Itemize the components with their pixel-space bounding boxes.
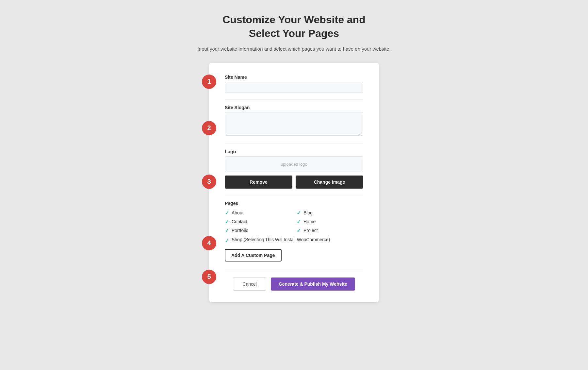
- step-indicator-5: 5: [202, 270, 216, 284]
- check-icon-shop: ✓: [225, 238, 229, 244]
- page-item-blog[interactable]: ✓ Blog: [297, 210, 363, 216]
- site-name-field-group: Site Name: [225, 75, 363, 93]
- pages-label: Pages: [225, 201, 363, 206]
- divider-3: [225, 195, 363, 195]
- site-name-label: Site Name: [225, 75, 363, 80]
- step-indicator-1: 1: [202, 75, 216, 89]
- step-indicator-3: 3: [202, 175, 216, 189]
- logo-buttons: Remove Change Image: [225, 176, 363, 189]
- page-name-contact: Contact: [232, 219, 247, 224]
- form-footer: Cancel Generate & Publish My Website: [225, 271, 363, 291]
- page-item-about[interactable]: ✓ About: [225, 210, 291, 216]
- page-item-shop[interactable]: ✓ Shop (Selecting This Will Install WooC…: [225, 237, 363, 244]
- site-slogan-input[interactable]: [225, 112, 363, 136]
- divider-2: [225, 143, 363, 144]
- page-name-project: Project: [303, 228, 318, 233]
- check-icon-project: ✓: [297, 227, 301, 234]
- page-name-home: Home: [303, 219, 316, 224]
- page-item-project[interactable]: ✓ Project: [297, 227, 363, 234]
- page-name-portfolio: Portfolio: [232, 228, 248, 233]
- check-icon-portfolio: ✓: [225, 227, 229, 234]
- pages-section: Pages ✓ About ✓ Blog ✓ Contact ✓ Home: [225, 201, 363, 261]
- page-item-contact[interactable]: ✓ Contact: [225, 219, 291, 225]
- page-name-shop: Shop (Selecting This Will Install WooCom…: [232, 237, 330, 242]
- site-slogan-label: Site Slogan: [225, 105, 363, 110]
- check-icon-blog: ✓: [297, 210, 301, 216]
- logo-field-group: Logo uploaded logo Remove Change Image: [225, 149, 363, 189]
- change-image-button[interactable]: Change Image: [296, 176, 363, 189]
- page-name-about: About: [232, 210, 244, 215]
- cancel-button[interactable]: Cancel: [233, 278, 266, 291]
- form-card: 1 Site Name 2 Site Slogan 3 Logo uploade…: [209, 63, 379, 302]
- site-slogan-field-group: Site Slogan: [225, 105, 363, 137]
- page-item-portfolio[interactable]: ✓ Portfolio: [225, 227, 291, 234]
- remove-button[interactable]: Remove: [225, 176, 292, 189]
- page-subtitle: Input your website information and selec…: [197, 45, 390, 53]
- check-icon-home: ✓: [297, 219, 301, 225]
- check-icon-contact: ✓: [225, 219, 229, 225]
- publish-button[interactable]: Generate & Publish My Website: [271, 278, 355, 291]
- site-name-input[interactable]: [225, 82, 363, 93]
- page-name-blog: Blog: [303, 210, 313, 215]
- step-indicator-2: 2: [202, 121, 216, 135]
- page-item-home[interactable]: ✓ Home: [297, 219, 363, 225]
- logo-preview: uploaded logo: [225, 156, 363, 172]
- logo-label: Logo: [225, 149, 363, 154]
- check-icon-about: ✓: [225, 210, 229, 216]
- page-title: Customize Your Website and Select Your P…: [197, 13, 390, 40]
- pages-grid: ✓ About ✓ Blog ✓ Contact ✓ Home ✓ Portfo…: [225, 210, 363, 234]
- add-custom-page-button[interactable]: Add A Custom Page: [225, 249, 282, 261]
- page-header: Customize Your Website and Select Your P…: [197, 13, 390, 53]
- step-indicator-4: 4: [202, 236, 216, 250]
- divider-1: [225, 99, 363, 100]
